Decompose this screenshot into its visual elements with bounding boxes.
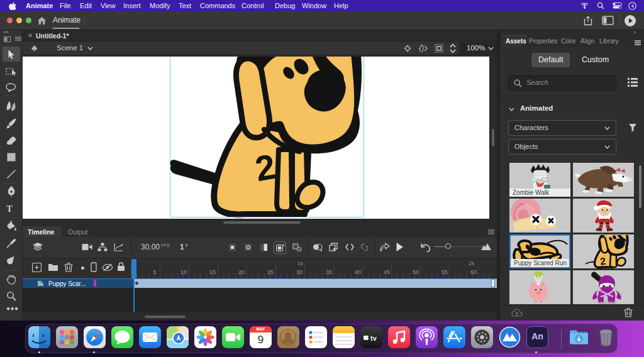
svg-text:tv: tv [370,334,377,342]
svg-text:A: A [282,243,285,247]
